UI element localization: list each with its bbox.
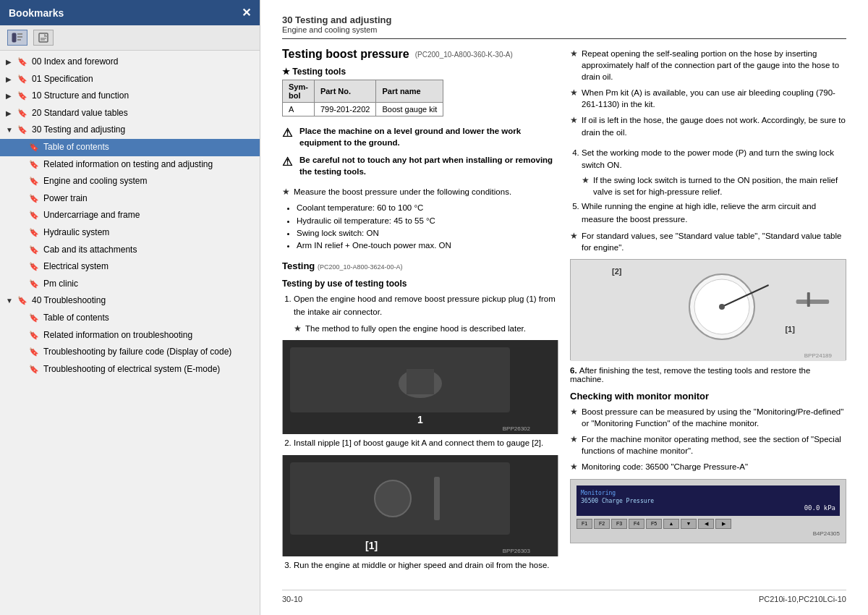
monitor-star-text-1: Boost pressure can be measured by using … [582,406,846,429]
page-header-subtitle: Engine and cooling system [282,25,846,34]
sidebar-item-40-rel[interactable]: 🔖Related information on troubleshooting [0,327,260,344]
sidebar-item-10[interactable]: ▶🔖10 Structure and function [0,88,260,105]
sidebar-item-40-fail[interactable]: 🔖Troubleshooting by failure code (Displa… [0,344,260,361]
sidebar-item-30-pow[interactable]: 🔖Power train [0,190,260,208]
sidebar-header: Bookmarks ✕ [0,0,260,25]
right-step-5: While running the engine at high idle, r… [582,200,846,226]
conditions-intro: ★ Measure the boost pressure under the f… [282,186,558,198]
warnings-block: ⚠ Place the machine on a level ground an… [282,125,558,177]
sidebar-tree: ▶🔖00 Index and foreword▶🔖01 Specificatio… [0,51,260,615]
star-icon-r1: ★ [570,48,579,82]
sidebar-item-30-toc[interactable]: 🔖Table of contents [0,139,260,156]
right-star-2: ★ When Pm kit (A) is available, you can … [570,87,846,110]
sidebar-label-01: 01 Specification [32,74,254,85]
star-icon-m1: ★ [570,406,579,429]
sidebar-label-40-fail: Troubleshooting by failure code (Display… [43,347,254,358]
sidebar-item-30-ele[interactable]: 🔖Electrical system [0,258,260,276]
sidebar-item-30-eng[interactable]: 🔖Engine and cooling system [0,173,260,190]
svg-rect-3 [17,39,21,41]
bookmark-icon-30-und: 🔖 [29,210,41,220]
star-icon-r4: ★ [582,174,590,198]
monitor-btn-5[interactable]: F5 [646,519,662,529]
right-step-4: Set the working mode to the power mode (… [582,147,846,172]
image-2-svg: [1] BPP26303 [283,455,558,556]
toggle-arrow-00: ▶ [6,57,16,67]
section-title-text: Testing boost pressure [282,48,409,61]
sidebar-item-01[interactable]: ▶🔖01 Specification [0,71,260,88]
sidebar-label-30-pm: Pm clinic [43,279,254,290]
sidebar-label-30-toc: Table of contents [43,142,254,153]
footer-model: PC210i-10,PC210LCi-10 [759,595,846,603]
left-column: Testing boost pressure (PC200_10-A800-36… [282,48,558,575]
header-divider [282,38,846,39]
bookmark-icon-40-rel: 🔖 [29,330,41,340]
sidebar-item-00[interactable]: ▶🔖00 Index and foreword [0,54,260,71]
step-3: Run the engine at middle or higher speed… [294,559,558,572]
sidebar-toolbar [0,25,260,51]
monitor-btn-2[interactable]: F2 [594,519,610,529]
sidebar-item-30-pm[interactable]: 🔖Pm clinic [0,276,260,293]
warning-text-1: Place the machine on a level ground and … [299,125,558,148]
svg-rect-11 [407,369,434,394]
sidebar-label-20: 20 Standard value tables [32,108,254,119]
step-6-text: After finishing the test, remove the tes… [570,366,810,383]
bookmark-icon-30-toc: 🔖 [29,142,41,152]
right-step-star-text: If the swing lock switch is turned to th… [593,174,846,198]
sidebar-close-button[interactable]: ✕ [242,6,251,20]
monitor-title-text: Monitoring [581,490,835,496]
svg-text:BPP24189: BPP24189 [804,352,833,359]
testing-subsection-title: Testing (PC200_10-A800-3624-00-A) [282,260,558,271]
sidebar-item-30[interactable]: ▼🔖30 Testing and adjusting [0,122,260,139]
svg-text:[1]: [1] [785,325,795,334]
right-star-text-2: When Pm kit (A) is available, you can us… [582,87,846,110]
sidebar-item-30-hyd[interactable]: 🔖Hydraulic system [0,224,260,242]
bookmark-icon-30: 🔖 [17,124,29,135]
svg-text:[2]: [2] [612,267,622,276]
step-6-block: 6. After finishing the test, remove the … [570,366,846,383]
monitor-btn-1[interactable]: F1 [576,519,592,529]
monitor-star-1: ★ Boost pressure can be measured by usin… [570,406,846,429]
monitor-btn-3[interactable]: F3 [611,519,627,529]
star-icon-r5: ★ [570,230,579,253]
cond-4: Arm IN relief + One-touch power max. ON [297,239,558,252]
toggle-arrow-30: ▼ [6,125,16,135]
monitor-btn-9[interactable]: ▶ [715,519,731,529]
sidebar-label-30-eng: Engine and cooling system [43,176,254,187]
sidebar-item-40-elec[interactable]: 🔖Troubleshooting of electrical system (E… [0,361,260,378]
toolbar-pages-icon[interactable] [33,30,54,46]
star-icon-2: ★ [294,323,302,334]
svg-rect-0 [12,33,16,42]
image-2: [1] BPP26303 [282,455,558,556]
toolbar-bookmarks-icon[interactable] [7,30,27,46]
sidebar-item-30-und[interactable]: 🔖Undercarriage and frame [0,207,260,224]
sidebar-label-40-rel: Related information on troubleshooting [43,330,254,342]
sidebar-label-00: 00 Index and foreword [32,56,254,68]
sidebar-item-30-rel[interactable]: 🔖Related information on testing and adju… [0,156,260,174]
sidebar-item-40[interactable]: ▼🔖40 Troubleshooting [0,292,260,310]
cond-3: Swing lock switch: ON [297,227,558,239]
sidebar-item-40-toc[interactable]: 🔖Table of contents [0,310,260,327]
monitor-btn-4[interactable]: F4 [629,519,644,529]
monitor-btn-7[interactable]: ▼ [681,519,697,529]
gauge-image: [2] [1] BPP24189 [570,259,846,360]
right-star-3: ★ If oil is left in the hose, the gauge … [570,114,846,137]
sidebar-item-30-cab[interactable]: 🔖Cab and its attachments [0,242,260,259]
monitor-star-3: ★ Monitoring code: 36500 "Charge Pressur… [570,461,846,472]
right-step-star: ★ If the swing lock switch is turned to … [582,174,846,198]
monitor-btn-8[interactable]: ◀ [698,519,714,529]
step-2: Install nipple [1] of boost gauge kit A … [294,437,558,449]
monitor-btn-6[interactable]: ▲ [663,519,679,529]
warning-1: ⚠ Place the machine on a level ground an… [282,125,558,148]
toggle-arrow-20: ▶ [6,109,16,118]
sidebar: Bookmarks ✕ ▶🔖00 Index and foreword▶🔖01 … [0,0,260,615]
warning-text-2: Be careful not to touch any hot part whe… [299,154,558,177]
right-column: ★ Repeat opening the self-sealing portio… [570,48,846,575]
sidebar-item-20[interactable]: ▶🔖20 Standard value tables [0,105,260,122]
svg-text:BPP26302: BPP26302 [503,425,531,432]
sidebar-label-30-ele: Electrical system [43,261,254,273]
tools-table: Sym-bol Part No. Part name A799-201-2202… [282,80,443,116]
sidebar-label-30-und: Undercarriage and frame [43,210,254,221]
image-1-svg: 1 BPP26302 [283,340,558,434]
sidebar-label-30-rel: Related information on testing and adjus… [43,159,254,171]
right-steps-2: While running the engine at high idle, r… [570,200,846,226]
